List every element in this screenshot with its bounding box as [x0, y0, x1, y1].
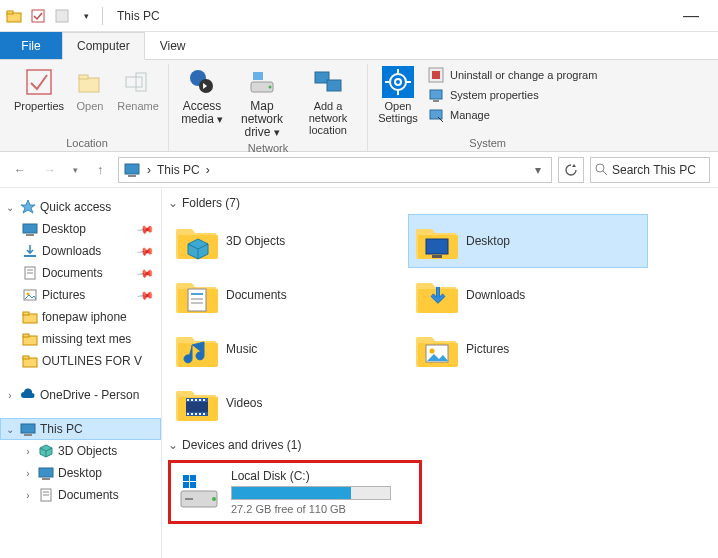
item-icon — [22, 221, 38, 237]
svg-rect-27 — [430, 110, 442, 119]
tree-onedrive[interactable]: ›OneDrive - Person — [0, 384, 161, 406]
svg-rect-7 — [126, 77, 142, 87]
network-location-icon — [312, 66, 344, 98]
item-icon — [22, 265, 38, 281]
tree-item[interactable]: Desktop 📌 — [0, 218, 161, 240]
add-location-button[interactable]: Add a network location — [295, 64, 361, 140]
recent-dropdown[interactable]: ▾ — [68, 158, 82, 182]
svg-rect-67 — [199, 399, 201, 401]
access-media-button[interactable]: Access media ▾ — [175, 64, 229, 140]
back-button[interactable]: ← — [8, 158, 32, 182]
rename-button[interactable]: Rename — [114, 64, 162, 135]
item-icon — [22, 287, 38, 303]
properties-button[interactable]: Properties — [12, 64, 66, 135]
chevron-down-icon: ⌄ — [168, 196, 178, 210]
uninstall-icon — [428, 67, 444, 83]
svg-rect-78 — [183, 475, 189, 481]
folder-item[interactable]: Pictures — [408, 322, 648, 376]
chevron-right-icon[interactable]: › — [22, 490, 34, 501]
tree-item[interactable]: fonepaw iphone — [0, 306, 161, 328]
svg-rect-75 — [185, 498, 193, 500]
pin-icon: 📌 — [136, 286, 155, 305]
window-title: This PC — [117, 9, 160, 23]
svg-rect-47 — [24, 434, 32, 436]
svg-point-12 — [269, 86, 272, 89]
tab-computer[interactable]: Computer — [62, 32, 145, 60]
qat-new-icon[interactable] — [52, 6, 72, 26]
svg-rect-1 — [7, 11, 13, 14]
open-button[interactable]: Open — [68, 64, 112, 135]
drive-icon — [177, 469, 221, 513]
refresh-button[interactable] — [558, 157, 584, 183]
drive-local-c[interactable]: Local Disk (C:) 27.2 GB free of 110 GB — [168, 460, 422, 524]
sysprops-row[interactable]: System properties — [424, 86, 601, 104]
open-settings-button[interactable]: Open Settings — [374, 64, 422, 135]
svg-point-76 — [212, 497, 216, 501]
section-drives-header[interactable]: ⌄Devices and drives (1) — [168, 434, 712, 456]
svg-point-60 — [430, 349, 435, 354]
chevron-down-icon[interactable]: ⌄ — [4, 424, 16, 435]
tree-item[interactable]: › Desktop — [0, 462, 161, 484]
item-icon — [38, 465, 54, 481]
svg-rect-25 — [430, 90, 442, 99]
tree-item[interactable]: Downloads 📌 — [0, 240, 161, 262]
tree-quick-access[interactable]: ⌄Quick access — [0, 196, 161, 218]
chevron-right-icon[interactable]: › — [22, 468, 34, 479]
svg-rect-32 — [23, 224, 37, 233]
tree-thispc[interactable]: ⌄This PC — [0, 418, 161, 440]
tab-view[interactable]: View — [145, 32, 201, 59]
pc-icon — [20, 421, 36, 437]
breadcrumb-thispc[interactable]: This PC — [157, 163, 200, 177]
item-icon — [22, 243, 38, 259]
map-drive-button[interactable]: Map network drive ▾ — [231, 64, 293, 140]
svg-rect-4 — [27, 70, 51, 94]
open-icon — [74, 66, 106, 98]
folder-item[interactable]: 3D Objects — [168, 214, 408, 268]
cloud-icon — [20, 387, 36, 403]
qat-properties-icon[interactable] — [28, 6, 48, 26]
svg-rect-53 — [426, 239, 448, 254]
svg-rect-66 — [195, 399, 197, 401]
item-icon — [22, 309, 38, 325]
rename-icon — [122, 66, 154, 98]
group-network-label: Network — [248, 140, 288, 156]
minimize-button[interactable]: — — [668, 1, 714, 31]
qat-dropdown-icon[interactable]: ▾ — [76, 6, 96, 26]
chevron-down-icon[interactable]: ⌄ — [4, 202, 16, 213]
svg-rect-64 — [187, 399, 189, 401]
drive-capacity-bar — [231, 486, 391, 500]
pin-icon: 📌 — [136, 220, 155, 239]
search-box[interactable]: Search This PC — [590, 157, 710, 183]
svg-rect-68 — [203, 399, 205, 401]
chevron-right-icon[interactable]: › — [4, 390, 16, 401]
folder-item[interactable]: Documents — [168, 268, 408, 322]
folder-icon — [174, 273, 218, 317]
address-bar[interactable]: › This PC › ▾ — [118, 157, 552, 183]
chevron-right-icon[interactable]: › — [22, 446, 34, 457]
manage-icon — [428, 107, 444, 123]
forward-button[interactable]: → — [38, 158, 62, 182]
folder-item[interactable]: Downloads — [408, 268, 648, 322]
tree-item[interactable]: OUTLINES FOR V — [0, 350, 161, 372]
svg-rect-28 — [125, 164, 139, 174]
tab-file[interactable]: File — [0, 32, 62, 59]
uninstall-row[interactable]: Uninstall or change a program — [424, 66, 601, 84]
tree-item[interactable]: Documents 📌 — [0, 262, 161, 284]
folder-item[interactable]: Music — [168, 322, 408, 376]
svg-rect-43 — [23, 334, 29, 337]
section-folders-header[interactable]: ⌄Folders (7) — [168, 192, 712, 214]
manage-row[interactable]: Manage — [424, 106, 601, 124]
folder-item[interactable]: Desktop — [408, 214, 648, 268]
svg-point-30 — [596, 164, 604, 172]
item-icon — [38, 443, 54, 459]
nav-tree: ⌄Quick access Desktop 📌 Downloads 📌 Docu… — [0, 188, 162, 558]
tree-item[interactable]: Pictures 📌 — [0, 284, 161, 306]
tree-item[interactable]: › Documents — [0, 484, 161, 506]
up-button[interactable]: ↑ — [88, 158, 112, 182]
properties-icon — [23, 66, 55, 98]
tree-item[interactable]: › 3D Objects — [0, 440, 161, 462]
tree-item[interactable]: missing text mes — [0, 328, 161, 350]
item-icon — [38, 487, 54, 503]
address-dropdown[interactable]: ▾ — [529, 163, 547, 177]
folder-item[interactable]: Videos — [168, 376, 408, 430]
